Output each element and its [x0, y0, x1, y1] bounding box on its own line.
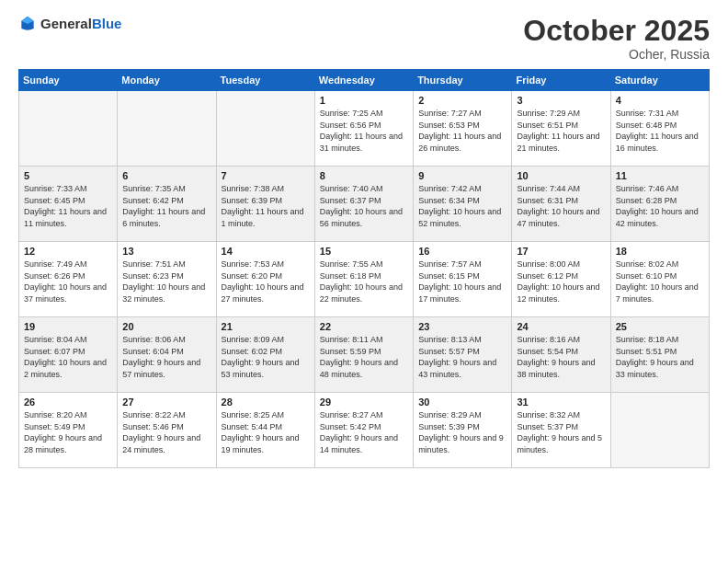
day-info: Sunrise: 7:40 AM Sunset: 6:37 PM Dayligh… — [320, 183, 408, 229]
table-row: 14Sunrise: 7:53 AM Sunset: 6:20 PM Dayli… — [216, 242, 314, 317]
day-info: Sunrise: 7:35 AM Sunset: 6:42 PM Dayligh… — [122, 183, 210, 229]
page: GeneralBlue October 2025 Ocher, Russia S… — [0, 0, 728, 563]
day-number: 8 — [320, 170, 408, 181]
table-row: 23Sunrise: 8:13 AM Sunset: 5:57 PM Dayli… — [414, 317, 512, 393]
table-row: 19Sunrise: 8:04 AM Sunset: 6:07 PM Dayli… — [19, 317, 118, 393]
week-row-1: 1Sunrise: 7:25 AM Sunset: 6:56 PM Daylig… — [19, 91, 710, 167]
day-info: Sunrise: 8:20 AM Sunset: 5:49 PM Dayligh… — [24, 409, 112, 455]
day-info: Sunrise: 7:53 AM Sunset: 6:20 PM Dayligh… — [222, 259, 310, 304]
logo-blue: Blue — [92, 16, 122, 31]
week-row-5: 26Sunrise: 8:20 AM Sunset: 5:49 PM Dayli… — [19, 393, 710, 468]
day-number: 11 — [616, 170, 704, 181]
table-row: 10Sunrise: 7:44 AM Sunset: 6:31 PM Dayli… — [512, 167, 610, 242]
day-number: 27 — [122, 396, 210, 408]
day-info: Sunrise: 8:18 AM Sunset: 5:51 PM Dayligh… — [616, 334, 704, 380]
table-row: 13Sunrise: 7:51 AM Sunset: 6:23 PM Dayli… — [118, 242, 216, 317]
col-friday: Friday — [512, 70, 610, 91]
day-info: Sunrise: 7:31 AM Sunset: 6:48 PM Dayligh… — [616, 108, 704, 154]
day-info: Sunrise: 7:55 AM Sunset: 6:18 PM Dayligh… — [320, 259, 408, 304]
table-row: 9Sunrise: 7:42 AM Sunset: 6:34 PM Daylig… — [414, 167, 512, 242]
week-row-3: 12Sunrise: 7:49 AM Sunset: 6:26 PM Dayli… — [19, 242, 710, 317]
day-info: Sunrise: 8:13 AM Sunset: 5:57 PM Dayligh… — [418, 334, 506, 380]
table-row: 26Sunrise: 8:20 AM Sunset: 5:49 PM Dayli… — [19, 393, 118, 468]
table-row: 15Sunrise: 7:55 AM Sunset: 6:18 PM Dayli… — [314, 242, 413, 317]
day-info: Sunrise: 8:09 AM Sunset: 6:02 PM Dayligh… — [222, 334, 310, 380]
table-row — [610, 393, 709, 468]
day-number: 30 — [418, 396, 506, 408]
day-number: 29 — [320, 396, 408, 408]
day-number: 5 — [24, 170, 112, 181]
calendar: Sunday Monday Tuesday Wednesday Thursday… — [18, 69, 710, 468]
table-row: 4Sunrise: 7:31 AM Sunset: 6:48 PM Daylig… — [610, 91, 709, 167]
day-number: 18 — [616, 246, 704, 257]
day-info: Sunrise: 7:27 AM Sunset: 6:53 PM Dayligh… — [418, 108, 506, 154]
day-info: Sunrise: 8:32 AM Sunset: 5:37 PM Dayligh… — [517, 409, 605, 455]
table-row: 18Sunrise: 8:02 AM Sunset: 6:10 PM Dayli… — [610, 242, 709, 317]
day-info: Sunrise: 7:57 AM Sunset: 6:15 PM Dayligh… — [418, 259, 506, 304]
header: GeneralBlue October 2025 Ocher, Russia — [18, 15, 710, 62]
day-info: Sunrise: 8:16 AM Sunset: 5:54 PM Dayligh… — [517, 334, 605, 380]
day-info: Sunrise: 7:38 AM Sunset: 6:39 PM Dayligh… — [222, 183, 310, 229]
week-row-2: 5Sunrise: 7:33 AM Sunset: 6:45 PM Daylig… — [19, 167, 710, 242]
day-info: Sunrise: 7:51 AM Sunset: 6:23 PM Dayligh… — [122, 259, 210, 304]
day-number: 25 — [616, 321, 704, 332]
table-row: 30Sunrise: 8:29 AM Sunset: 5:39 PM Dayli… — [414, 393, 512, 468]
col-thursday: Thursday — [414, 70, 512, 91]
table-row: 12Sunrise: 7:49 AM Sunset: 6:26 PM Dayli… — [19, 242, 118, 317]
day-number: 12 — [24, 246, 112, 257]
table-row: 29Sunrise: 8:27 AM Sunset: 5:42 PM Dayli… — [314, 393, 413, 468]
day-number: 6 — [122, 170, 210, 181]
table-row: 6Sunrise: 7:35 AM Sunset: 6:42 PM Daylig… — [118, 167, 216, 242]
day-number: 20 — [122, 321, 210, 332]
logo-text: GeneralBlue — [40, 16, 121, 32]
day-number: 16 — [418, 246, 506, 257]
table-row: 7Sunrise: 7:38 AM Sunset: 6:39 PM Daylig… — [216, 167, 314, 242]
day-info: Sunrise: 8:02 AM Sunset: 6:10 PM Dayligh… — [616, 259, 704, 304]
day-number: 15 — [320, 246, 408, 257]
day-number: 26 — [24, 396, 112, 408]
table-row: 8Sunrise: 7:40 AM Sunset: 6:37 PM Daylig… — [314, 167, 413, 242]
day-number: 3 — [517, 95, 605, 106]
day-number: 24 — [517, 321, 605, 332]
day-info: Sunrise: 8:25 AM Sunset: 5:44 PM Dayligh… — [222, 409, 310, 455]
table-row: 28Sunrise: 8:25 AM Sunset: 5:44 PM Dayli… — [216, 393, 314, 468]
table-row: 27Sunrise: 8:22 AM Sunset: 5:46 PM Dayli… — [118, 393, 216, 468]
calendar-header-row: Sunday Monday Tuesday Wednesday Thursday… — [19, 70, 710, 91]
day-info: Sunrise: 7:25 AM Sunset: 6:56 PM Dayligh… — [320, 108, 408, 154]
day-number: 31 — [517, 396, 605, 408]
table-row: 31Sunrise: 8:32 AM Sunset: 5:37 PM Dayli… — [512, 393, 610, 468]
day-info: Sunrise: 8:27 AM Sunset: 5:42 PM Dayligh… — [320, 409, 408, 455]
day-number: 10 — [517, 170, 605, 181]
day-number: 19 — [24, 321, 112, 332]
table-row — [216, 91, 314, 167]
day-info: Sunrise: 7:33 AM Sunset: 6:45 PM Dayligh… — [24, 183, 112, 229]
day-info: Sunrise: 8:00 AM Sunset: 6:12 PM Dayligh… — [517, 259, 605, 304]
day-number: 1 — [320, 95, 408, 106]
col-saturday: Saturday — [610, 70, 709, 91]
table-row: 5Sunrise: 7:33 AM Sunset: 6:45 PM Daylig… — [19, 167, 118, 242]
day-info: Sunrise: 8:11 AM Sunset: 5:59 PM Dayligh… — [320, 334, 408, 380]
table-row: 16Sunrise: 7:57 AM Sunset: 6:15 PM Dayli… — [414, 242, 512, 317]
week-row-4: 19Sunrise: 8:04 AM Sunset: 6:07 PM Dayli… — [19, 317, 710, 393]
table-row: 3Sunrise: 7:29 AM Sunset: 6:51 PM Daylig… — [512, 91, 610, 167]
logo-icon — [18, 15, 37, 33]
day-info: Sunrise: 8:22 AM Sunset: 5:46 PM Dayligh… — [122, 409, 210, 455]
col-monday: Monday — [118, 70, 216, 91]
table-row: 2Sunrise: 7:27 AM Sunset: 6:53 PM Daylig… — [414, 91, 512, 167]
day-number: 7 — [222, 170, 310, 181]
logo: GeneralBlue — [18, 15, 121, 33]
col-wednesday: Wednesday — [314, 70, 413, 91]
day-number: 2 — [418, 95, 506, 106]
title-block: October 2025 Ocher, Russia — [523, 15, 710, 62]
day-number: 23 — [418, 321, 506, 332]
location: Ocher, Russia — [523, 47, 710, 62]
table-row: 24Sunrise: 8:16 AM Sunset: 5:54 PM Dayli… — [512, 317, 610, 393]
day-number: 4 — [616, 95, 704, 106]
table-row — [19, 91, 118, 167]
day-info: Sunrise: 8:29 AM Sunset: 5:39 PM Dayligh… — [418, 409, 506, 455]
table-row: 20Sunrise: 8:06 AM Sunset: 6:04 PM Dayli… — [118, 317, 216, 393]
day-number: 28 — [222, 396, 310, 408]
day-number: 14 — [222, 246, 310, 257]
col-tuesday: Tuesday — [216, 70, 314, 91]
day-number: 17 — [517, 246, 605, 257]
